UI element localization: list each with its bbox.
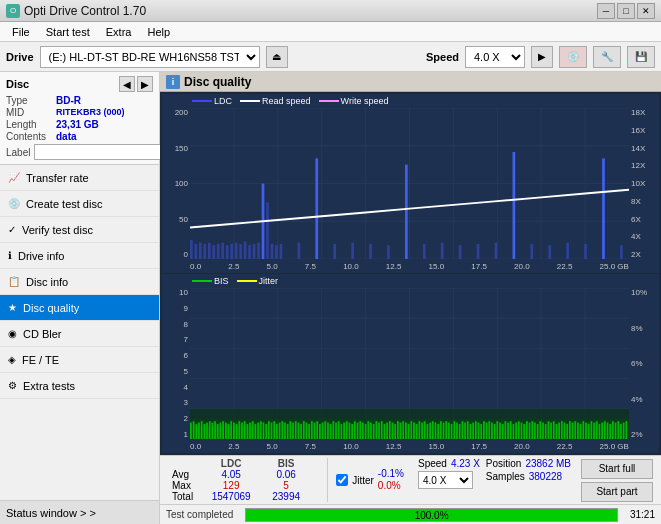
disc-icon-btn-1[interactable]: ◀ xyxy=(119,76,135,92)
menu-extra[interactable]: Extra xyxy=(98,22,140,42)
sidebar-item-fe-te[interactable]: ◈ FE / TE xyxy=(0,347,159,373)
svg-rect-247 xyxy=(612,421,614,439)
svg-rect-199 xyxy=(483,421,485,439)
svg-rect-130 xyxy=(298,423,300,439)
svg-rect-180 xyxy=(432,421,434,439)
sidebar-item-disc-quality[interactable]: ★ Disc quality xyxy=(0,295,159,321)
svg-rect-103 xyxy=(225,423,227,439)
disc-btn-2[interactable]: 🔧 xyxy=(593,46,621,68)
svg-rect-114 xyxy=(255,424,257,439)
svg-rect-128 xyxy=(292,423,294,439)
menu-start-test[interactable]: Start test xyxy=(38,22,98,42)
svg-rect-163 xyxy=(386,423,388,439)
chart-bis: BIS Jitter 10 9 8 7 6 5 4 3 2 xyxy=(162,274,659,453)
svg-rect-120 xyxy=(271,423,273,439)
svg-rect-139 xyxy=(322,423,324,439)
sidebar-item-drive-info[interactable]: ℹ Drive info xyxy=(0,243,159,269)
chart2-x-axis: 0.0 2.5 5.0 7.5 10.0 12.5 15.0 17.5 20.0… xyxy=(190,442,629,451)
svg-rect-137 xyxy=(316,421,318,439)
svg-rect-143 xyxy=(332,421,334,439)
svg-rect-192 xyxy=(464,423,466,439)
svg-rect-175 xyxy=(418,421,420,439)
svg-rect-115 xyxy=(257,423,259,439)
svg-rect-200 xyxy=(486,423,488,439)
close-button[interactable]: ✕ xyxy=(637,3,655,19)
speed-select[interactable]: 4.0 X 2.0 X 6.0 X 8.0 X xyxy=(465,46,525,68)
svg-rect-190 xyxy=(459,424,461,439)
svg-rect-238 xyxy=(588,424,590,439)
svg-rect-111 xyxy=(246,424,248,439)
svg-rect-133 xyxy=(306,423,308,439)
svg-rect-161 xyxy=(381,421,383,439)
svg-rect-31 xyxy=(266,202,269,259)
total-bis: 23994 xyxy=(261,491,311,502)
svg-rect-206 xyxy=(502,424,504,439)
drive-info-label: Drive info xyxy=(18,250,64,262)
save-btn[interactable]: 💾 xyxy=(627,46,655,68)
minimize-button[interactable]: ─ xyxy=(597,3,615,19)
svg-rect-195 xyxy=(472,423,474,439)
chart-ldc: LDC Read speed Write speed 200 150 100 xyxy=(162,94,659,273)
start-part-button[interactable]: Start part xyxy=(581,482,653,502)
menu-help[interactable]: Help xyxy=(139,22,178,42)
svg-rect-44 xyxy=(459,245,462,259)
disc-contents-label: Contents xyxy=(6,131,56,142)
disc-quality-icon: ★ xyxy=(8,302,17,313)
svg-rect-38 xyxy=(351,243,354,259)
sidebar-item-verify-test-disc[interactable]: ✓ Verify test disc xyxy=(0,217,159,243)
svg-rect-109 xyxy=(241,423,243,439)
svg-rect-124 xyxy=(281,421,283,439)
svg-rect-242 xyxy=(599,424,601,439)
disc-icon-btn-2[interactable]: ▶ xyxy=(137,76,153,92)
status-window[interactable]: Status window > > xyxy=(0,500,159,524)
svg-rect-252 xyxy=(625,421,627,439)
svg-rect-23 xyxy=(230,244,233,259)
speed-select-small[interactable]: 4.0 X 2.0 X 6.0 X xyxy=(418,471,473,489)
svg-rect-17 xyxy=(203,244,206,259)
svg-rect-94 xyxy=(201,421,203,439)
jitter-checkbox[interactable] xyxy=(336,474,348,486)
progress-text: 100.0% xyxy=(246,510,617,521)
svg-rect-25 xyxy=(239,244,242,259)
menu-file[interactable]: File xyxy=(4,22,38,42)
sidebar-item-create-test-disc[interactable]: 💿 Create test disc xyxy=(0,191,159,217)
svg-rect-172 xyxy=(410,421,412,439)
svg-rect-250 xyxy=(620,424,622,439)
disc-panel: Disc ◀ ▶ Type BD-R MID RITEKBR3 (000) Le… xyxy=(0,72,159,165)
eject-button[interactable]: ⏏ xyxy=(266,46,288,68)
disc-info-icon: 📋 xyxy=(8,276,20,287)
start-full-button[interactable]: Start full xyxy=(581,459,653,479)
verify-test-disc-icon: ✓ xyxy=(8,224,16,235)
svg-rect-117 xyxy=(263,423,265,439)
sidebar-item-extra-tests[interactable]: ⚙ Extra tests xyxy=(0,373,159,399)
speed-apply-button[interactable]: ▶ xyxy=(531,46,553,68)
svg-rect-107 xyxy=(236,424,238,439)
sidebar-item-cd-bler[interactable]: ◉ CD Bler xyxy=(0,321,159,347)
drive-select[interactable]: (E:) HL-DT-ST BD-RE WH16NS58 TST4 xyxy=(40,46,260,68)
svg-rect-241 xyxy=(596,421,598,439)
svg-rect-51 xyxy=(584,244,587,259)
svg-rect-40 xyxy=(387,245,390,259)
svg-rect-204 xyxy=(496,421,498,439)
sidebar-item-transfer-rate[interactable]: 📈 Transfer rate xyxy=(0,165,159,191)
disc-btn-1[interactable]: 💿 xyxy=(559,46,587,68)
svg-rect-212 xyxy=(518,421,520,439)
drive-label: Drive xyxy=(6,51,34,63)
disc-label-input[interactable] xyxy=(34,144,167,160)
svg-rect-19 xyxy=(212,245,215,259)
svg-rect-41 xyxy=(405,165,408,259)
svg-rect-43 xyxy=(441,243,444,259)
legend-jitter: Jitter xyxy=(237,276,279,286)
svg-rect-194 xyxy=(470,424,472,439)
sidebar-item-disc-info[interactable]: 📋 Disc info xyxy=(0,269,159,295)
svg-rect-176 xyxy=(421,423,423,439)
svg-rect-131 xyxy=(300,424,302,439)
max-ldc: 129 xyxy=(201,480,261,491)
svg-rect-251 xyxy=(623,423,625,439)
stats-area: LDC BIS Avg 4.05 0.06 Max 129 5 Total xyxy=(160,455,661,504)
position-section: Position 23862 MB Samples 380228 xyxy=(480,458,577,502)
speed-label: Speed xyxy=(426,51,459,63)
svg-rect-29 xyxy=(257,243,260,259)
svg-rect-132 xyxy=(303,421,305,439)
maximize-button[interactable]: □ xyxy=(617,3,635,19)
